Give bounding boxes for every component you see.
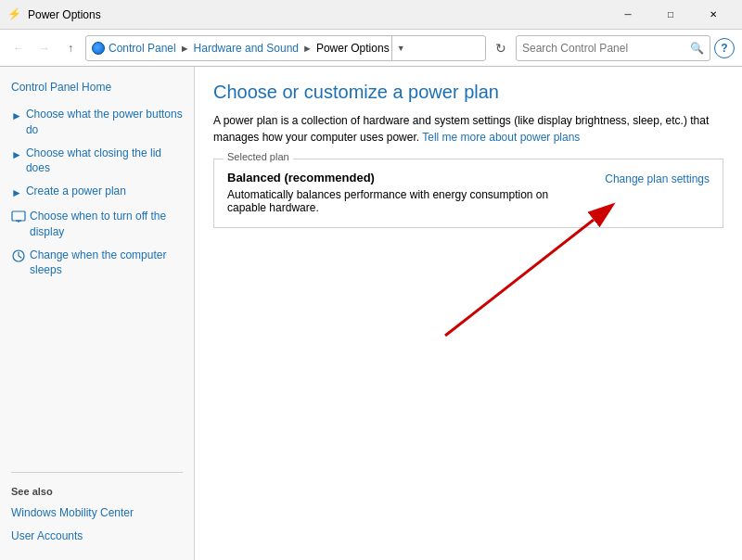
breadcrumb-control-panel[interactable]: Control Panel <box>109 42 176 55</box>
address-bar: ← → ↑ Control Panel ► Hardware and Sound… <box>0 30 742 67</box>
sidebar-item-computer-sleeps[interactable]: Change when the computer sleeps <box>7 245 186 282</box>
page-title: Choose or customize a power plan <box>213 82 723 103</box>
close-button[interactable]: ✕ <box>692 0 735 30</box>
power-buttons-icon: ► <box>11 108 22 124</box>
tell-me-more-link[interactable]: Tell me more about power plans <box>422 131 580 144</box>
breadcrumb-hardware-sound[interactable]: Hardware and Sound <box>194 42 299 55</box>
breadcrumb-dropdown-button[interactable]: ▼ <box>391 35 410 61</box>
selected-plan-section: Selected plan Balanced (recommended) Aut… <box>213 159 723 228</box>
sleep-icon <box>11 248 26 263</box>
search-box: 🔍 <box>516 35 710 61</box>
globe-icon <box>92 42 105 55</box>
plan-description: Automatically balances performance with … <box>227 188 586 214</box>
window-controls: ─ □ ✕ <box>607 0 735 30</box>
sidebar-item-user-accounts[interactable]: User Accounts <box>7 526 186 547</box>
search-icon-button[interactable]: 🔍 <box>690 42 704 55</box>
see-also-label: See also <box>7 484 186 499</box>
plan-name: Balanced (recommended) <box>227 171 586 185</box>
sidebar-item-mobility-center[interactable]: Windows Mobility Center <box>7 503 186 524</box>
up-button[interactable]: ↑ <box>59 37 82 59</box>
forward-button[interactable]: → <box>33 37 56 59</box>
selected-plan-label: Selected plan <box>224 151 293 162</box>
breadcrumb-sep-1: ► <box>180 43 190 54</box>
sidebar-item-power-buttons[interactable]: ► Choose what the power buttons do <box>7 104 186 141</box>
refresh-button[interactable]: ↻ <box>490 37 512 59</box>
closing-lid-icon: ► <box>11 147 22 163</box>
sidebar-item-create-plan[interactable]: ► Create a power plan <box>7 181 186 204</box>
title-bar: ⚡ Power Options ─ □ ✕ <box>0 0 742 30</box>
display-icon <box>11 210 26 224</box>
breadcrumb-power-options: Power Options <box>316 42 390 55</box>
create-plan-icon: ► <box>11 185 22 201</box>
help-button[interactable]: ? <box>714 38 735 58</box>
svg-line-5 <box>445 220 594 336</box>
sidebar-item-closing-lid[interactable]: ► Choose what closing the lid does <box>7 143 186 180</box>
breadcrumb-bar: Control Panel ► Hardware and Sound ► Pow… <box>85 35 486 61</box>
maximize-button[interactable]: □ <box>649 0 692 30</box>
minimize-button[interactable]: ─ <box>607 0 649 30</box>
sidebar-item-turn-off-display[interactable]: Choose when to turn off the display <box>7 206 186 243</box>
content-description: A power plan is a collection of hardware… <box>213 112 723 146</box>
sidebar: Control Panel Home ► Choose what the pow… <box>0 67 195 560</box>
svg-rect-0 <box>12 211 25 221</box>
search-input[interactable] <box>522 42 690 55</box>
breadcrumb-sep-2: ► <box>302 43 313 54</box>
window-title: Power Options <box>28 8 607 21</box>
content-area: Choose or customize a power plan A power… <box>195 67 742 560</box>
plan-row: Balanced (recommended) Automatically bal… <box>227 171 710 214</box>
back-button[interactable]: ← <box>7 37 30 59</box>
plan-info: Balanced (recommended) Automatically bal… <box>227 171 586 214</box>
change-plan-settings-link[interactable]: Change plan settings <box>605 172 710 185</box>
window-icon: ⚡ <box>7 7 22 22</box>
main-container: Control Panel Home ► Choose what the pow… <box>0 67 742 560</box>
sidebar-divider <box>11 472 183 473</box>
sidebar-home-link[interactable]: Control Panel Home <box>7 78 186 96</box>
